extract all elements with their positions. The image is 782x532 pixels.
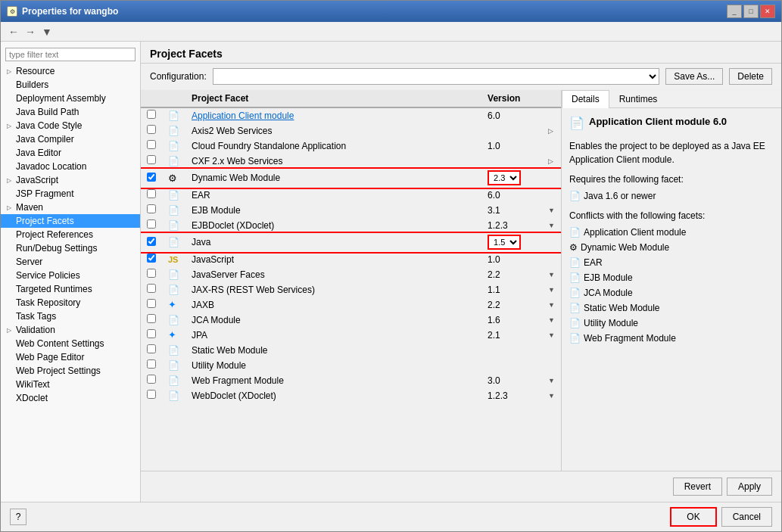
facet-name[interactable]: Application Client module — [185, 107, 481, 123]
facet-checkbox[interactable] — [147, 344, 156, 353]
version-select[interactable]: 2.3 — [488, 170, 521, 185]
forward-button[interactable]: → — [23, 24, 37, 39]
facet-name[interactable]: Web Fragment Module — [185, 373, 481, 388]
facet-name[interactable]: JPA — [185, 328, 481, 343]
sidebar-item-wikitext[interactable]: WikiText — [1, 378, 140, 391]
facet-name[interactable]: Java — [185, 233, 481, 252]
sidebar-item-validation[interactable]: ▷ Validation — [1, 323, 140, 337]
facet-name[interactable]: CXF 2.x Web Services — [185, 154, 481, 169]
bottom-bar: Revert Apply — [141, 471, 781, 502]
minimize-button[interactable]: _ — [727, 5, 742, 18]
sidebar-item-task-repository[interactable]: Task Repository — [1, 296, 140, 310]
facet-checkbox[interactable] — [147, 390, 156, 399]
back-button[interactable]: ← — [7, 24, 20, 39]
facet-name[interactable]: Cloud Foundry Standalone Application — [185, 138, 481, 154]
facet-dropdown-arrow[interactable]: ▼ — [542, 313, 561, 328]
facet-checkbox[interactable] — [147, 359, 156, 369]
save-as-button[interactable]: Save As... — [665, 68, 723, 85]
sidebar-item-web-content-settings[interactable]: Web Content Settings — [1, 337, 140, 350]
facet-checkbox[interactable] — [147, 189, 156, 198]
facet-name[interactable]: WebDoclet (XDoclet) — [185, 388, 481, 403]
facet-name[interactable]: JAX-RS (REST Web Services) — [185, 282, 481, 297]
delete-button[interactable]: Delete — [729, 68, 772, 85]
facet-dropdown-arrow[interactable]: ▼ — [542, 282, 561, 297]
facet-dropdown-arrow[interactable]: ▼ — [542, 297, 561, 313]
sidebar-item-deployment-assembly[interactable]: Deployment Assembly — [1, 92, 140, 105]
facet-checkbox[interactable] — [147, 329, 156, 338]
sidebar-item-javadoc-location[interactable]: Javadoc Location — [1, 160, 140, 173]
facet-name[interactable]: Static Web Module — [185, 343, 481, 358]
facet-dropdown-arrow[interactable] — [542, 233, 561, 252]
sidebar-item-task-tags[interactable]: Task Tags — [1, 310, 140, 323]
facet-checkbox[interactable] — [147, 237, 156, 246]
facet-checkbox[interactable] — [147, 173, 156, 182]
facet-checkbox[interactable] — [147, 375, 156, 384]
facet-checkbox[interactable] — [147, 155, 156, 164]
help-button[interactable]: ? — [10, 509, 26, 525]
cancel-button[interactable]: Cancel — [721, 507, 772, 527]
sidebar-item-web-project-settings[interactable]: Web Project Settings — [1, 364, 140, 378]
facet-checkbox[interactable] — [147, 269, 156, 278]
facet-checkbox[interactable] — [147, 140, 156, 149]
facet-checkbox[interactable] — [147, 219, 156, 229]
facet-dropdown-arrow[interactable]: ▼ — [542, 328, 561, 343]
facet-name[interactable]: Axis2 Web Services — [185, 123, 481, 138]
sidebar-item-resource[interactable]: ▷ Resource — [1, 64, 140, 78]
facet-name[interactable]: Dynamic Web Module — [185, 169, 481, 188]
facet-checkbox[interactable] — [147, 299, 156, 308]
sidebar-item-project-facets[interactable]: Project Facets — [1, 214, 140, 228]
sidebar-item-project-references[interactable]: Project References — [1, 228, 140, 241]
facet-icon-cell: 📄 — [162, 154, 185, 169]
facet-dropdown-arrow[interactable]: ▼ — [542, 203, 561, 218]
facet-checkbox[interactable] — [147, 125, 156, 134]
sidebar-item-java-build-path[interactable]: Java Build Path — [1, 105, 140, 119]
revert-button[interactable]: Revert — [673, 478, 722, 496]
facet-name[interactable]: EAR — [185, 188, 481, 203]
sidebar-item-web-page-editor[interactable]: Web Page Editor — [1, 350, 140, 364]
apply-button[interactable]: Apply — [727, 478, 772, 496]
sidebar-item-java-compiler[interactable]: Java Compiler — [1, 132, 140, 146]
facet-name[interactable]: JavaScript — [185, 252, 481, 267]
sidebar-item-server[interactable]: Server — [1, 255, 140, 269]
facet-checkbox[interactable] — [147, 254, 156, 263]
maximize-button[interactable]: □ — [743, 5, 759, 18]
facet-dropdown-arrow[interactable]: ▼ — [542, 218, 561, 233]
sidebar-item-service-policies[interactable]: Service Policies — [1, 269, 140, 282]
facet-checkbox[interactable] — [147, 110, 156, 119]
ok-button[interactable]: OK — [670, 507, 716, 527]
sidebar-item-javascript[interactable]: ▷ JavaScript — [1, 173, 140, 187]
facet-name[interactable]: JCA Module — [185, 313, 481, 328]
config-dropdown[interactable] — [213, 68, 660, 85]
facet-name[interactable]: Utility Module — [185, 358, 481, 373]
filter-input[interactable] — [5, 48, 136, 61]
facet-dropdown-arrow[interactable]: ▼ — [542, 373, 561, 388]
sidebar-item-targeted-runtimes[interactable]: Targeted Runtimes — [1, 282, 140, 296]
facet-dropdown-arrow: ▷ — [542, 154, 561, 169]
facet-icon-cell: ⚙ — [162, 169, 185, 188]
sidebar-item-xdoclet[interactable]: XDoclet — [1, 391, 140, 405]
close-button[interactable]: ✕ — [760, 5, 775, 18]
tab-details[interactable]: Details — [562, 90, 609, 108]
facet-version: 1.2.3 — [481, 218, 542, 233]
facet-icon-cell: 📄 — [162, 358, 185, 373]
sidebar-item-maven[interactable]: ▷ Maven — [1, 201, 140, 214]
facet-name[interactable]: EJBDoclet (XDoclet) — [185, 218, 481, 233]
facet-checkbox[interactable] — [147, 284, 156, 293]
sidebar-item-java-code-style[interactable]: ▷ Java Code Style — [1, 119, 140, 132]
facet-name[interactable]: JavaServer Faces — [185, 267, 481, 282]
facet-name[interactable]: JAXB — [185, 297, 481, 313]
facet-name[interactable]: EJB Module — [185, 203, 481, 218]
facet-dropdown-arrow[interactable]: ▼ — [542, 388, 561, 403]
facet-dropdown-arrow[interactable]: ▼ — [542, 267, 561, 282]
sidebar-item-jsp-fragment[interactable]: JSP Fragment — [1, 187, 140, 201]
nav-dropdown-button[interactable]: ▼ — [40, 24, 54, 39]
sidebar-item-builders[interactable]: Builders — [1, 78, 140, 92]
conflict-item: 📄Utility Module — [569, 316, 774, 330]
tab-runtimes[interactable]: Runtimes — [609, 90, 668, 107]
sidebar-item-run-debug-settings[interactable]: Run/Debug Settings — [1, 241, 140, 255]
version-select[interactable]: 1.5 — [488, 235, 521, 250]
sidebar-item-java-editor[interactable]: Java Editor — [1, 146, 140, 160]
facet-checkbox[interactable] — [147, 314, 156, 323]
facet-dropdown-arrow[interactable] — [542, 169, 561, 188]
facet-checkbox[interactable] — [147, 204, 156, 213]
